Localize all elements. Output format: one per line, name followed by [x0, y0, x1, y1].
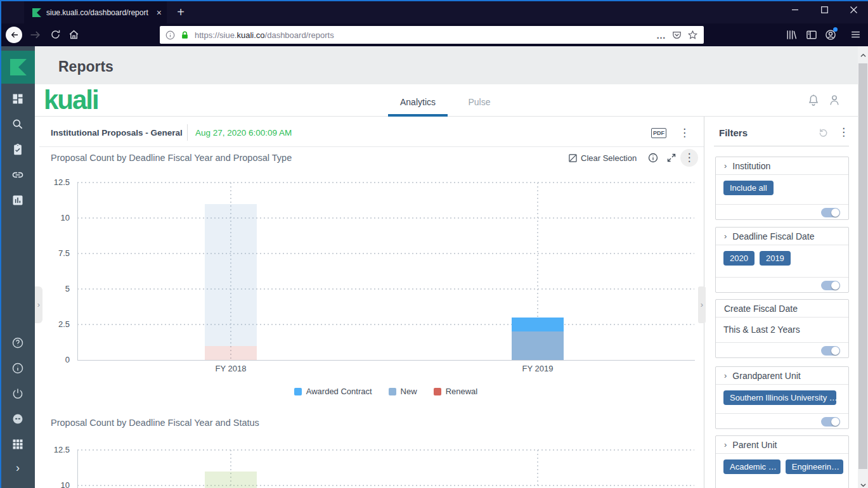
filter-card-grandparent-unit: ›Grandparent UnitSouthern Illinois Unive…	[715, 366, 849, 429]
filter-card-header[interactable]: ›Institution	[716, 157, 848, 175]
page-actions-icon[interactable]: …	[656, 30, 666, 41]
pdf-button[interactable]: PDF	[651, 128, 666, 138]
window-accent-border	[0, 0, 1, 488]
filter-toggle[interactable]	[821, 417, 840, 427]
y-axis-line	[77, 183, 78, 360]
reset-filters-icon[interactable]	[817, 127, 829, 139]
sidebar-item-reports[interactable]	[11, 194, 24, 207]
filter-toggle-row	[716, 204, 848, 220]
grid-line	[77, 324, 694, 325]
filter-card-header[interactable]: ›Deadline Fiscal Date	[716, 228, 848, 245]
account-icon[interactable]	[824, 29, 837, 41]
page-header-bar	[35, 46, 858, 84]
sidebar-item-apps[interactable]	[11, 438, 24, 451]
home-button[interactable]	[68, 29, 81, 41]
grid-line	[77, 182, 694, 183]
filter-toggle-row	[716, 342, 848, 358]
library-icon[interactable]	[785, 29, 798, 41]
filter-chip[interactable]: Engineerin…	[786, 459, 843, 474]
sidebar-expand-icon[interactable]: ›	[11, 461, 24, 474]
filter-card-label: Grandparent Unit	[732, 371, 800, 381]
tab-analytics[interactable]: Analytics	[388, 90, 448, 117]
bar-segment[interactable]	[512, 318, 564, 331]
filters-menu-icon[interactable]: ⋮	[838, 126, 849, 139]
chevron-right-icon: ›	[724, 440, 727, 449]
filter-toggle[interactable]	[821, 208, 840, 217]
window-maximize-button[interactable]	[810, 0, 839, 20]
filter-card-deadline-fiscal-date: ›Deadline Fiscal Date20202019	[715, 227, 849, 293]
scroll-up-icon[interactable]	[860, 49, 866, 55]
sidebar-item-logout[interactable]	[11, 387, 24, 400]
filter-chip[interactable]: Southern Illinois University …	[723, 390, 836, 405]
new-tab-button[interactable]: +	[172, 4, 189, 21]
clear-selection-icon[interactable]	[569, 154, 577, 162]
sidebar-item-dashboard[interactable]	[11, 93, 24, 105]
filter-card-header[interactable]: ›Grandparent Unit	[716, 367, 848, 385]
notifications-bell-icon[interactable]	[806, 93, 820, 107]
sidebars-icon[interactable]	[805, 29, 818, 41]
chart-menu-icon[interactable]: ⋮	[680, 149, 698, 167]
sidebar-item-tasks[interactable]	[11, 143, 24, 156]
scrollbar[interactable]	[858, 46, 868, 488]
sidebar-item-links[interactable]	[11, 169, 24, 181]
bar-segment[interactable]	[512, 331, 564, 360]
scroll-down-icon[interactable]	[860, 479, 866, 485]
chart-info-icon[interactable]	[648, 153, 658, 163]
filter-card-label: Institution	[732, 161, 770, 171]
bar-segment[interactable]	[205, 346, 257, 360]
filter-toggle[interactable]	[821, 281, 840, 290]
grid-line	[77, 485, 694, 486]
filter-chip[interactable]: Include all	[723, 181, 774, 195]
sidebar-item-help[interactable]	[11, 337, 24, 349]
sidebar-item-bot[interactable]	[11, 413, 24, 425]
filter-card-parent-unit: ›Parent UnitAcademic …Engineerin…	[715, 435, 849, 488]
window-minimize-button[interactable]	[781, 0, 810, 20]
bar-segment[interactable]	[205, 204, 257, 346]
pocket-icon[interactable]	[671, 30, 682, 41]
filter-card-body: Academic …Engineerin…	[716, 454, 848, 488]
filter-chip[interactable]: 2019	[760, 251, 791, 266]
filter-card-body: This & Last 2 Years	[716, 318, 848, 342]
bookmark-star-icon[interactable]	[687, 30, 698, 41]
page-title: Reports	[58, 58, 113, 75]
url-text: https://siue.kuali.co/dashboard/reports	[195, 30, 651, 40]
browser-tab[interactable]: siue.kuali.co/dashboard/report ×	[24, 1, 167, 23]
back-button[interactable]	[6, 27, 22, 43]
filter-card-header[interactable]: Create Fiscal Date	[716, 300, 848, 318]
tab-close-icon[interactable]: ×	[157, 8, 162, 18]
bar-segment[interactable]	[205, 472, 257, 488]
x-axis-line	[77, 360, 695, 361]
legend-item[interactable]: Renewal	[434, 387, 478, 396]
forward-button[interactable]	[29, 29, 42, 41]
y-axis-line	[77, 450, 78, 488]
sidebar-item-info[interactable]	[11, 362, 24, 375]
y-tick-label: 10	[39, 480, 70, 488]
chevron-right-icon: ›	[724, 231, 727, 241]
menu-icon[interactable]	[850, 29, 862, 41]
address-bar[interactable]: https://siue.kuali.co/dashboard/reports …	[160, 26, 704, 44]
https-lock-icon[interactable]	[180, 30, 190, 40]
legend-item[interactable]: Awarded Contract	[294, 387, 372, 396]
expand-chart-icon[interactable]	[666, 153, 677, 163]
user-profile-icon[interactable]	[827, 93, 841, 107]
legend-swatch-icon	[294, 388, 302, 395]
kuali-logo-block[interactable]	[1, 51, 35, 84]
tab-pulse[interactable]: Pulse	[452, 90, 507, 117]
filter-chip[interactable]: Academic …	[723, 459, 781, 474]
window-close-button[interactable]	[839, 0, 868, 20]
clear-selection-button[interactable]: Clear Selection	[581, 153, 637, 163]
filter-card-label: Parent Unit	[732, 440, 777, 450]
report-menu-icon[interactable]: ⋮	[679, 127, 690, 139]
sidebar-item-search[interactable]	[11, 118, 24, 131]
x-category-label: FY 2018	[199, 364, 262, 373]
filter-value-text: This & Last 2 Years	[723, 323, 800, 335]
refresh-button[interactable]	[49, 29, 62, 41]
filter-card-header[interactable]: ›Parent Unit	[716, 436, 848, 454]
legend-item[interactable]: New	[389, 387, 417, 396]
grid-line	[77, 253, 694, 254]
filter-card-body: 20202019	[716, 245, 848, 277]
site-info-icon[interactable]	[165, 30, 175, 40]
filter-toggle[interactable]	[821, 346, 840, 356]
scrollbar-thumb[interactable]	[858, 63, 867, 469]
filter-chip[interactable]: 2020	[723, 251, 755, 266]
